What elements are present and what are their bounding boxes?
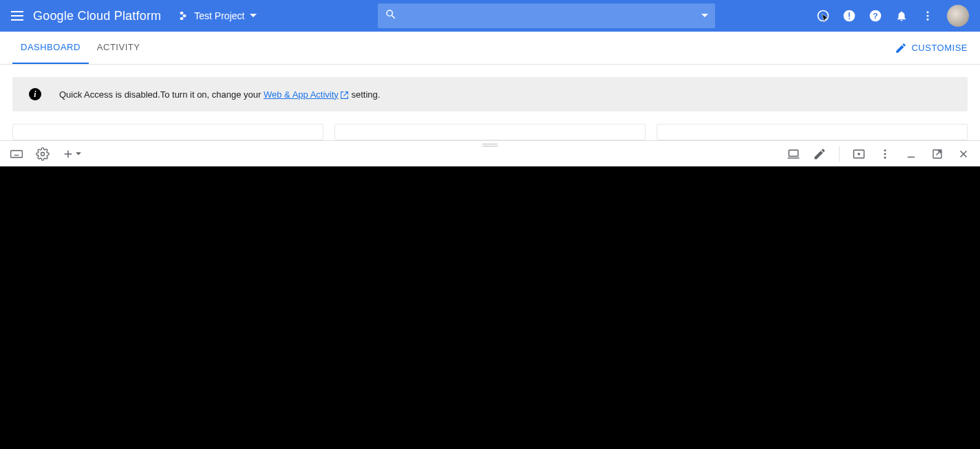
svg-rect-9 xyxy=(11,151,23,157)
external-link-icon xyxy=(340,91,349,100)
search-dropdown-icon[interactable] xyxy=(701,10,708,22)
product-logo[interactable]: Google Cloud Platform xyxy=(33,9,161,23)
svg-point-23 xyxy=(884,149,886,151)
search-bar[interactable] xyxy=(378,3,715,28)
cloud-shell-activator-icon[interactable] xyxy=(816,9,830,23)
cloud-shell-toolbar xyxy=(0,140,980,166)
svg-point-6 xyxy=(927,11,929,13)
web-app-activity-link[interactable]: Web & App Activity xyxy=(264,89,349,100)
web-preview-icon[interactable] xyxy=(852,147,866,161)
svg-point-24 xyxy=(884,153,886,155)
more-vert-icon[interactable] xyxy=(878,147,892,161)
settings-gear-icon[interactable] xyxy=(36,147,50,161)
svg-point-16 xyxy=(41,152,45,155)
project-name: Test Project xyxy=(194,10,244,21)
dashboard-content: i Quick Access is disabled.To turn it on… xyxy=(0,65,980,140)
minimize-icon[interactable] xyxy=(904,147,918,161)
info-banner: i Quick Access is disabled.To turn it on… xyxy=(12,77,968,111)
customise-button[interactable]: CUSTOMISE xyxy=(895,32,968,64)
banner-suffix: setting. xyxy=(349,89,381,100)
svg-point-25 xyxy=(884,156,886,158)
info-icon: i xyxy=(29,88,41,100)
new-tab-plus-icon[interactable] xyxy=(62,147,81,161)
svg-point-22 xyxy=(858,153,860,155)
edit-pencil-icon[interactable] xyxy=(813,147,827,161)
svg-rect-2 xyxy=(849,12,850,17)
card[interactable] xyxy=(334,124,646,140)
more-vert-icon[interactable] xyxy=(921,9,935,23)
card[interactable] xyxy=(12,124,323,140)
search-icon xyxy=(385,8,397,23)
svg-point-7 xyxy=(927,15,929,17)
tab-activity[interactable]: ACTIVITY xyxy=(89,32,149,64)
tab-dashboard[interactable]: DASHBOARD xyxy=(12,32,89,64)
pencil-icon xyxy=(895,42,907,54)
cloud-shell-terminal[interactable] xyxy=(0,166,980,449)
separator xyxy=(839,146,840,162)
keyboard-icon[interactable] xyxy=(10,147,23,161)
top-header: Google Cloud Platform Test Project xyxy=(0,0,980,32)
svg-text:?: ? xyxy=(873,11,877,20)
svg-rect-3 xyxy=(849,18,850,19)
svg-point-8 xyxy=(927,19,929,21)
banner-message: Quick Access is disabled.To turn it on, … xyxy=(59,89,380,100)
alert-icon[interactable] xyxy=(842,9,856,23)
account-avatar[interactable] xyxy=(947,5,969,27)
laptop-icon[interactable] xyxy=(787,147,800,161)
svg-rect-19 xyxy=(789,150,798,156)
caret-down-icon xyxy=(76,151,81,157)
search-input[interactable] xyxy=(403,10,708,21)
project-hex-icon xyxy=(178,10,189,21)
project-picker[interactable]: Test Project xyxy=(173,8,261,24)
card[interactable] xyxy=(657,124,968,140)
caret-down-icon xyxy=(250,12,257,19)
tab-bar: DASHBOARD ACTIVITY CUSTOMISE xyxy=(0,32,980,65)
open-new-window-icon[interactable] xyxy=(930,147,944,161)
dashboard-cards xyxy=(12,124,968,140)
banner-prefix: Quick Access is disabled.To turn it on, … xyxy=(59,89,264,100)
close-icon[interactable] xyxy=(957,147,970,161)
help-icon[interactable]: ? xyxy=(869,9,882,23)
notifications-icon[interactable] xyxy=(895,9,908,23)
drag-handle[interactable] xyxy=(482,144,498,146)
customise-label: CUSTOMISE xyxy=(911,43,968,53)
hamburger-menu-icon[interactable] xyxy=(11,8,28,24)
